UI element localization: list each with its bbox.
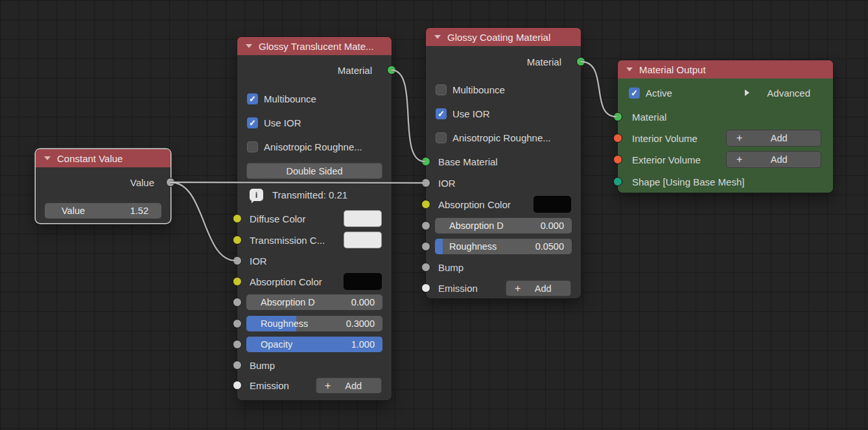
node-header-glossy-coating[interactable]: Glossy Coating Material xyxy=(426,28,581,46)
node-glossy-coating-material[interactable]: Glossy Coating Material Material Multibo… xyxy=(426,28,581,298)
socket-emission[interactable] xyxy=(421,283,430,293)
active-label: Active xyxy=(646,88,672,99)
socket-bump[interactable] xyxy=(233,361,242,370)
node-header-material-output[interactable]: Material Output xyxy=(618,60,833,78)
socket-absorption-color[interactable] xyxy=(421,200,430,209)
socket-material-output[interactable] xyxy=(576,57,585,66)
row-material-output: Material xyxy=(426,53,581,70)
plus-icon: + xyxy=(325,380,331,392)
use-ior-checkbox[interactable]: ✓ xyxy=(436,108,447,119)
absorption-depth-value: 0.000 xyxy=(541,221,564,231)
socket-emission[interactable] xyxy=(233,381,242,390)
node-material-output[interactable]: Material Output ✓ Active Advanced Materi… xyxy=(618,60,833,193)
collapse-arrow-icon[interactable] xyxy=(434,35,441,39)
expand-arrow-icon[interactable] xyxy=(745,90,749,96)
anisotropic-roughness-checkbox[interactable] xyxy=(247,141,258,152)
node-header-glossy-translucent[interactable]: Glossy Translucent Mate... xyxy=(237,37,392,55)
socket-diffuse-color[interactable] xyxy=(233,214,242,223)
wire-shadow xyxy=(392,70,425,161)
roughness-slider[interactable]: Roughness 0.3000 xyxy=(246,316,382,331)
socket-bump[interactable] xyxy=(421,263,430,272)
emission-add-button[interactable]: + Add xyxy=(506,280,571,296)
node-title: Constant Value xyxy=(57,153,123,164)
socket-base-material[interactable] xyxy=(421,157,430,166)
row-absorption-color: Absorption Color xyxy=(426,196,581,213)
bump-label: Bump xyxy=(438,262,463,273)
absorption-color-swatch[interactable] xyxy=(344,273,382,290)
node-editor-canvas[interactable]: Constant Value Value Value 1.52 Glossy T… xyxy=(0,0,868,430)
node-glossy-translucent-material[interactable]: Glossy Translucent Mate... Material ✓ Mu… xyxy=(237,37,392,400)
roughness-label: Roughness xyxy=(261,318,308,329)
socket-ior[interactable] xyxy=(421,178,430,187)
socket-ior[interactable] xyxy=(233,256,242,265)
socket-interior-volume[interactable] xyxy=(613,134,622,143)
diffuse-color-label: Diffuse Color xyxy=(250,213,305,224)
interior-volume-add-button[interactable]: + Add xyxy=(726,130,821,147)
row-base-material: Base Material xyxy=(426,153,581,170)
transmission-color-swatch[interactable] xyxy=(344,232,382,248)
add-button-label: Add xyxy=(521,283,565,294)
socket-value-output[interactable] xyxy=(166,178,175,187)
node-header-constant-value[interactable]: Constant Value xyxy=(36,149,170,167)
transmitted-info-text: Transmitted: 0.21 xyxy=(272,189,347,200)
exterior-volume-add-button[interactable]: + Add xyxy=(726,151,821,168)
socket-roughness[interactable] xyxy=(421,242,430,251)
value-field[interactable]: Value 1.52 xyxy=(45,203,161,219)
opacity-value: 1.000 xyxy=(351,339,375,350)
absorption-depth-label: Absorption D xyxy=(261,297,315,307)
plus-icon: + xyxy=(736,132,742,144)
socket-transmission-color[interactable] xyxy=(233,235,242,245)
node-title: Glossy Coating Material xyxy=(447,32,550,43)
absorption-depth-slider[interactable]: Absorption D 0.000 xyxy=(246,294,382,310)
check-icon: ✓ xyxy=(438,109,445,119)
plus-icon: + xyxy=(515,283,521,294)
socket-material-input[interactable] xyxy=(613,112,622,121)
row-use-ior: ✓ Use IOR xyxy=(426,105,581,122)
roughness-value: 0.3000 xyxy=(346,318,375,329)
socket-material-output[interactable] xyxy=(387,66,396,75)
row-use-ior: ✓ Use IOR xyxy=(237,114,392,131)
plus-icon: + xyxy=(736,154,742,165)
slider-fill xyxy=(435,239,443,254)
value-output-label: Value xyxy=(130,177,154,188)
check-icon: ✓ xyxy=(631,88,638,98)
use-ior-label: Use IOR xyxy=(264,117,301,128)
socket-roughness[interactable] xyxy=(233,319,242,328)
anisotropic-roughness-checkbox[interactable] xyxy=(436,132,447,143)
collapse-arrow-icon[interactable] xyxy=(44,156,51,160)
multibounce-checkbox[interactable]: ✓ xyxy=(247,93,258,104)
active-checkbox[interactable]: ✓ xyxy=(629,88,640,99)
row-value-output: Value xyxy=(36,174,170,191)
absorption-depth-slider[interactable]: Absorption D 0.000 xyxy=(435,218,572,233)
node-constant-value[interactable]: Constant Value Value Value 1.52 xyxy=(36,149,170,223)
row-material-output: Material xyxy=(237,62,392,78)
socket-absorption-color[interactable] xyxy=(233,277,242,286)
socket-absorption-depth[interactable] xyxy=(233,298,242,307)
collapse-arrow-icon[interactable] xyxy=(246,44,252,48)
socket-opacity[interactable] xyxy=(233,340,242,349)
node-title: Glossy Translucent Mate... xyxy=(259,41,374,52)
diffuse-color-swatch[interactable] xyxy=(344,210,382,227)
wire-translucent-to-coating-base xyxy=(392,70,425,161)
row-multibounce: ✓ Multibounce xyxy=(237,90,392,107)
material-output-label: Material xyxy=(527,56,561,67)
absorption-color-label: Absorption Color xyxy=(250,276,322,287)
wire-coating-to-output-material xyxy=(581,62,616,117)
socket-exterior-volume[interactable] xyxy=(613,155,622,164)
add-button-label: Add xyxy=(742,154,815,165)
exterior-volume-label: Exterior Volume xyxy=(632,154,701,165)
emission-add-button[interactable]: + Add xyxy=(316,377,382,394)
double-sided-button[interactable]: Double Sided xyxy=(246,163,382,179)
advanced-label[interactable]: Advanced xyxy=(767,88,810,99)
wire-constant-to-translucent-ior xyxy=(170,182,236,261)
socket-absorption-depth[interactable] xyxy=(421,221,430,230)
roughness-slider[interactable]: Roughness 0.0500 xyxy=(435,239,572,254)
shape-label: Shape [Using Base Mesh] xyxy=(632,176,744,187)
absorption-color-swatch[interactable] xyxy=(534,196,571,213)
use-ior-checkbox[interactable]: ✓ xyxy=(247,117,258,128)
multibounce-checkbox[interactable] xyxy=(436,84,447,95)
collapse-arrow-icon[interactable] xyxy=(626,67,633,71)
socket-shape[interactable] xyxy=(613,177,622,186)
roughness-label: Roughness xyxy=(449,241,497,252)
opacity-slider[interactable]: Opacity 1.000 xyxy=(246,337,382,352)
